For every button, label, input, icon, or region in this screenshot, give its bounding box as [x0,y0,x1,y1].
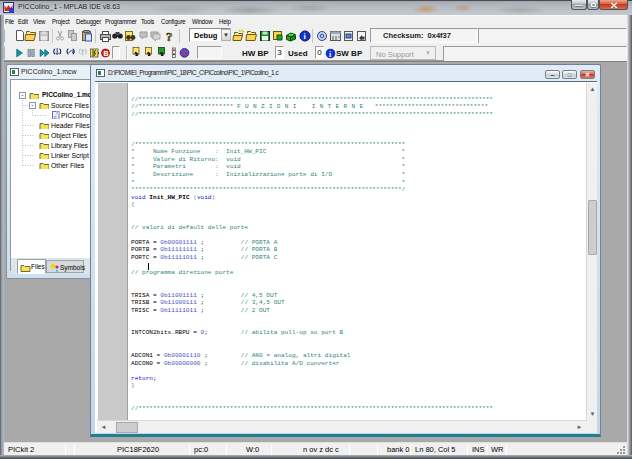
svg-text:B: B [104,50,109,57]
svg-text:?: ? [166,29,173,43]
svg-text:c: c [54,114,57,120]
